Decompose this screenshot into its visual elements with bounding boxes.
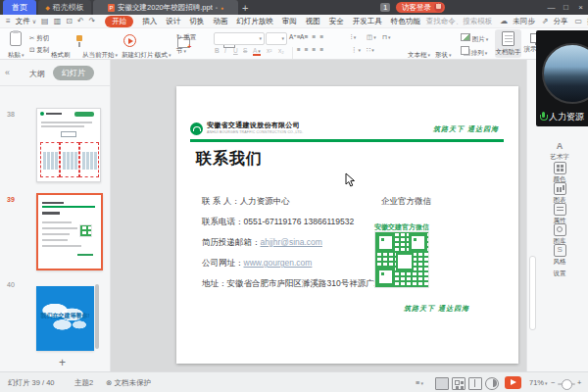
zoom-slider-knob[interactable] [562, 379, 572, 390]
align-buttons-row2[interactable]: ≡≡≡≡ [297, 46, 327, 53]
strikethrough-button[interactable]: S [243, 47, 247, 54]
resume-email-line[interactable]: 简历投递邮箱：ahjjhr@sina.com [202, 237, 322, 249]
guest-login-button[interactable]: 访客登录 [396, 2, 445, 13]
menu-tab-home[interactable]: 开始 [105, 16, 133, 27]
doc-assistant-button[interactable]: 文档助手 [495, 29, 521, 58]
menu-tab-design[interactable]: 设计 [166, 17, 180, 26]
theme-label[interactable]: 主题2 [74, 378, 93, 388]
contact-person-line[interactable]: 联 系 人：人力资源中心 [202, 196, 290, 208]
bold-button[interactable]: B [215, 47, 220, 54]
zoom-level[interactable]: 71% [529, 378, 548, 387]
print-icon[interactable]: ▥ [54, 17, 62, 25]
slide-39-editor[interactable]: 安徽省交通建设股份有限公司 ANHUI BOURGEN TRAFFIC CONS… [176, 86, 518, 364]
reading-view-button[interactable] [468, 377, 482, 390]
menu-tab-view[interactable]: 视图 [306, 17, 320, 26]
section-button[interactable]: 节 [176, 47, 186, 56]
tab-template-store[interactable]: ◆ 稻壳模板 [38, 0, 91, 15]
slideshow-play-button[interactable] [505, 376, 521, 389]
new-slide-button[interactable]: 新建幻灯片 [122, 51, 157, 60]
website-link[interactable]: www.gourgen.com [244, 258, 313, 268]
play-from-current-icon[interactable] [123, 34, 136, 47]
paste-icon[interactable] [10, 31, 22, 46]
subscript-button[interactable]: x₂ [278, 47, 284, 54]
shapes-button[interactable]: 形状 [435, 51, 452, 60]
sync-status[interactable]: 未同步 [513, 17, 535, 26]
panel-item-gallery[interactable]: 图库 [539, 223, 580, 246]
share-button[interactable]: 分享 [554, 17, 568, 26]
arrange-button[interactable]: 排列 [461, 46, 487, 58]
menu-tab-transition[interactable]: 切换 [189, 17, 204, 26]
menu-tab-devtools[interactable]: 开发工具 [353, 17, 382, 26]
file-caret-icon[interactable]: ∨ [32, 18, 36, 24]
panel-scrollbar-thumb[interactable] [529, 256, 536, 330]
notes-button[interactable]: ≡ [416, 378, 423, 387]
redo-icon[interactable]: ↷ [89, 17, 96, 25]
tab-outline[interactable]: 大纲 [29, 69, 45, 79]
pin-icon[interactable]: ▪ [216, 5, 218, 11]
superscript-button[interactable]: x² [267, 47, 271, 54]
cut-button[interactable]: ✂ 剪切 [29, 34, 49, 43]
slide-39-thumbnail[interactable] [36, 193, 103, 270]
website-line[interactable]: 公司网址：www.gourgen.com [202, 258, 312, 270]
close-button[interactable]: × [573, 0, 588, 15]
format-painter-icon[interactable] [74, 35, 84, 47]
menu-tab-review[interactable]: 审阅 [282, 17, 297, 26]
command-search[interactable]: 查找命令、搜索模板 [426, 17, 493, 26]
panel-item-settings[interactable]: 设置 [539, 270, 580, 278]
maximize-button[interactable]: □ [559, 0, 573, 15]
tab-home[interactable]: 首页 [3, 0, 36, 15]
new-tab-button[interactable]: + [242, 1, 248, 15]
undo-icon[interactable]: ↶ [77, 17, 84, 25]
file-menu[interactable]: 文件 [16, 17, 30, 26]
list-buttons-row1[interactable]: ≡≡≡≡ [297, 33, 327, 40]
bullets-button[interactable]: ∷ [367, 46, 374, 54]
save-icon[interactable]: ▤ [41, 17, 49, 25]
picture-button[interactable]: 图片 [461, 33, 488, 44]
indent-button[interactable]: ⊓ [382, 33, 391, 41]
contact-phone-line[interactable]: 联系电话：0551-67119176 13866119532 [202, 217, 354, 228]
video-call-overlay[interactable]: 人力资源 [536, 30, 588, 126]
play-from-current-button[interactable]: 从当前开始 [82, 51, 118, 60]
font-color-button[interactable]: A [253, 47, 261, 56]
grow-font-button[interactable]: A⁺ [289, 33, 297, 41]
minimize-button[interactable]: — [544, 0, 559, 15]
panel-scrollbar[interactable] [95, 284, 99, 349]
font-size-select[interactable] [266, 32, 287, 45]
menu-tab-insert[interactable]: 插入 [142, 17, 157, 26]
font-family-select[interactable] [214, 32, 265, 45]
line-spacing-button[interactable]: ⫶ [351, 33, 356, 41]
menu-tab-animation[interactable]: 动画 [213, 17, 227, 26]
menu-tab-security[interactable]: 安全 [329, 17, 344, 26]
reset-button[interactable]: ↻ 重置 [176, 33, 196, 42]
underline-button[interactable]: U [233, 47, 238, 54]
preview-icon[interactable]: ⊡ [66, 17, 73, 25]
panel-item-style[interactable]: 风格 [539, 244, 580, 267]
layout-button[interactable]: 版式 [155, 51, 172, 60]
format-painter-button[interactable]: 格式刷 [51, 51, 71, 60]
panel-item-properties[interactable]: 属性 [539, 203, 580, 225]
display-mode-button[interactable] [485, 377, 499, 390]
paste-button[interactable]: 粘贴 [8, 51, 24, 60]
collapse-panel-icon[interactable]: « [5, 68, 10, 77]
add-slide-button[interactable]: + [59, 356, 66, 369]
protection-status[interactable]: ⊗ 文档未保护 [106, 378, 151, 388]
numbering-button[interactable]: ⋮ [351, 46, 361, 54]
notification-badge[interactable]: 1 [380, 3, 390, 12]
panel-item-colors[interactable]: 颜色 [539, 162, 580, 184]
normal-view-button[interactable] [435, 377, 449, 390]
slide-40-thumbnail[interactable]: 我们在交建等着你! [36, 286, 94, 351]
menu-tab-features[interactable]: 特色功能 [391, 17, 420, 26]
tab-document[interactable]: P 安徽交建2020年校园招聘.ppt ▪ ● [93, 0, 238, 15]
zoom-out-button[interactable]: − [551, 378, 555, 387]
zoom-in-button[interactable]: + [577, 378, 581, 387]
columns-button[interactable]: ◫ [367, 33, 376, 41]
address-line[interactable]: 地址：安徽省合肥市庐阳区濉溪路310号祥源广场A座 [202, 278, 396, 290]
email-link[interactable]: ahjjhr@sina.com [261, 237, 322, 247]
tab-slides[interactable]: 幻灯片 [53, 66, 94, 80]
slide-sorter-button[interactable] [452, 377, 466, 390]
slide-title[interactable]: 联系我们 [196, 149, 263, 170]
panel-item-art-text[interactable]: A艺术字 [539, 141, 580, 162]
slide-38-thumbnail[interactable] [36, 108, 101, 182]
italic-button[interactable]: I [224, 47, 226, 54]
text-box-button[interactable]: 文本框 [408, 51, 430, 60]
